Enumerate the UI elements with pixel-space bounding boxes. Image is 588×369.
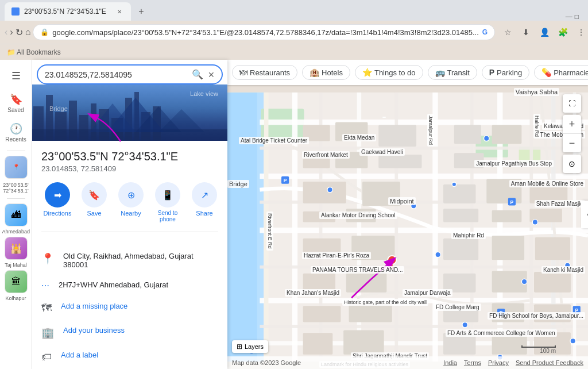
mountain-silhouette	[90, 92, 227, 132]
svg-rect-60	[303, 306, 341, 322]
reload-button[interactable]: ↻	[16, 24, 23, 40]
filter-restaurants[interactable]: 🍽 Restaurants	[232, 65, 297, 80]
attribution-links: India Terms Privacy Send Product Feedbac…	[443, 359, 583, 366]
pharmacies-icon: 💊	[541, 68, 551, 77]
terms-link[interactable]: Terms	[464, 359, 481, 366]
tab-bar: 23°00'53.5"N 72°34'53.1"E ✕ + — □	[0, 0, 588, 21]
zoom-in-button[interactable]: +	[563, 115, 581, 133]
restaurants-icon: 🍽	[239, 68, 247, 77]
browser-menu-button[interactable]: ⋮	[573, 24, 588, 40]
all-bookmarks-label[interactable]: All Bookmarks	[17, 48, 61, 56]
zoom-out-button[interactable]: −	[563, 134, 581, 152]
add-missing-place-item[interactable]: 🗺 Add a missing place	[32, 296, 227, 320]
transit-icon: 🚌	[435, 68, 445, 77]
nearby-button[interactable]: ⊕ Nearby	[115, 182, 147, 222]
bookmark-icon: 🔖	[10, 93, 22, 106]
map-content[interactable]: P P P P Vaishya Sabha Bridge Atal Bri	[227, 85, 588, 369]
sidebar-item-saved[interactable]: 🔖 Saved	[2, 90, 30, 117]
svg-point-78	[565, 263, 570, 268]
download-button[interactable]: ⬇	[518, 24, 534, 40]
location-coords-small: 📍	[13, 164, 20, 171]
svg-rect-33	[378, 125, 416, 147]
home-button[interactable]: ⌂	[25, 24, 31, 40]
kolhapur-preview: 🏛	[5, 271, 27, 293]
bookmark-star-button[interactable]: ☆	[500, 24, 516, 40]
saved-label: Saved	[7, 107, 24, 113]
svg-rect-24	[260, 266, 588, 269]
plus-code-icon: ⋯	[41, 281, 49, 290]
active-tab[interactable]: 23°00'53.5"N 72°34'53.1"E ✕	[5, 2, 131, 21]
minimize-icon[interactable]: —	[566, 13, 572, 21]
privacy-link[interactable]: Privacy	[488, 359, 509, 366]
filter-bar: 🍽 Restaurants 🏨 Hotels ⭐ Things to do 🚌 …	[227, 60, 588, 85]
kolhapur-label: Kolhapur	[2, 295, 30, 301]
profile-button[interactable]: 👤	[536, 24, 552, 40]
new-tab-button[interactable]: +	[133, 3, 149, 20]
svg-rect-38	[378, 155, 421, 168]
svg-rect-63	[492, 303, 524, 322]
ahmedabad-thumbnail[interactable]: 🏙	[5, 203, 28, 226]
filter-hotels[interactable]: 🏨 Hotels	[302, 65, 350, 80]
svg-rect-22	[260, 147, 588, 150]
svg-rect-41	[362, 182, 400, 206]
clear-search-button[interactable]: ✕	[208, 70, 215, 79]
share-icon-circle: ↗	[192, 182, 217, 207]
kolhapur-thumbnail[interactable]: 🏛	[5, 270, 28, 293]
save-button[interactable]: 🔖 Save	[78, 182, 110, 222]
current-location-thumbnail[interactable]: 📍	[5, 156, 28, 179]
svg-rect-51	[351, 236, 394, 260]
hotels-icon: 🏨	[310, 68, 319, 77]
send-to-phone-button[interactable]: 📱 Send to phone	[152, 182, 184, 222]
restaurants-label: Restaurants	[250, 68, 290, 77]
filter-things-to-do[interactable]: ⭐ Things to do	[355, 65, 423, 80]
svg-rect-44	[529, 182, 567, 203]
filter-pharmacies[interactable]: 💊 Pharmacies	[534, 65, 588, 80]
map-area[interactable]: 🍽 Restaurants 🏨 Hotels ⭐ Things to do 🚌 …	[227, 60, 588, 369]
map-data-label: Map data ©2023 Google	[232, 359, 301, 366]
svg-rect-16	[292, 93, 297, 362]
svg-rect-66	[343, 330, 384, 355]
address-bar[interactable]: 🔒 google.com/maps/place/23°00'53.5"N+72°…	[33, 24, 495, 40]
place-coordinates: 23°00'53.5"N 72°34'53.1"E	[41, 150, 218, 163]
taj-mahal-thumbnail[interactable]: 🕌	[5, 237, 28, 260]
plus-code-text: 2H7J+WHV Ahmedabad, Gujarat	[59, 280, 168, 289]
search-input[interactable]	[45, 70, 187, 79]
sidebar-divider-2	[7, 198, 25, 199]
forward-button[interactable]: ›	[10, 24, 13, 40]
map-wrapper: ☰ 🔖 Saved 🕐 Recents 📍 23°00'53.5' 72°34'…	[0, 60, 588, 369]
directions-button[interactable]: ➡ Directions	[41, 182, 74, 222]
sidebar-menu-button[interactable]: ☰	[5, 64, 28, 87]
back-button[interactable]: ‹	[5, 24, 7, 40]
save-icon-circle: 🔖	[82, 182, 107, 207]
nearby-icon-circle: ⊕	[118, 182, 144, 207]
fullscreen-button[interactable]: ⛶	[563, 94, 581, 113]
taj-mahal-label: Taj Mahal	[2, 262, 30, 268]
svg-rect-34	[454, 125, 481, 144]
layers-button[interactable]: ⊞ Layers	[232, 340, 268, 353]
nearby-icon: ⊕	[127, 190, 135, 201]
compass-button[interactable]: ⊙	[563, 155, 581, 173]
svg-text:P: P	[510, 199, 514, 205]
add-business-item[interactable]: 🏢 Add your business	[32, 320, 227, 345]
share-button[interactable]: ↗ Share	[188, 182, 220, 222]
maximize-icon[interactable]: □	[575, 13, 579, 21]
address-item[interactable]: 📍 Old City, Raikhad, Ahmedabad, Gujarat …	[32, 246, 227, 275]
send-feedback-link[interactable]: Send Product Feedback	[516, 359, 583, 366]
filter-transit[interactable]: 🚌 Transit	[428, 65, 477, 80]
svg-rect-14	[260, 298, 588, 303]
search-icon[interactable]: 🔍	[192, 69, 203, 80]
svg-rect-25	[260, 325, 588, 328]
plus-code-item[interactable]: ⋯ 2H7J+WHV Ahmedabad, Gujarat	[32, 275, 227, 296]
extensions-button[interactable]: 🧩	[555, 24, 571, 40]
directions-icon-circle: ➡	[45, 182, 70, 207]
add-label-item[interactable]: 🏷 Add a label	[32, 345, 227, 369]
layers-label: Layers	[245, 343, 264, 350]
sidebar-item-recents[interactable]: 🕐 Recents	[2, 119, 30, 146]
address-text: Old City, Raikhad, Ahmedabad, Gujarat 38…	[63, 252, 218, 269]
tab-close-button[interactable]: ✕	[115, 7, 124, 16]
svg-rect-6	[227, 93, 260, 362]
india-link[interactable]: India	[443, 359, 457, 366]
filter-parking[interactable]: P Parking	[482, 65, 529, 80]
svg-rect-12	[260, 174, 588, 179]
svg-rect-65	[303, 333, 333, 355]
